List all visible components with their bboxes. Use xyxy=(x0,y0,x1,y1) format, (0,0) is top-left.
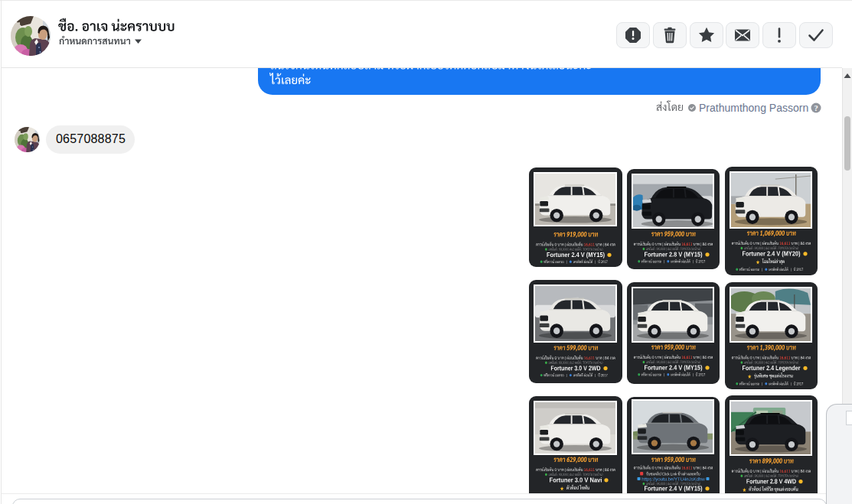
svg-text:Prathumthong Passorn: Prathumthong Passorn xyxy=(699,102,808,114)
svg-text:?: ? xyxy=(814,104,818,112)
